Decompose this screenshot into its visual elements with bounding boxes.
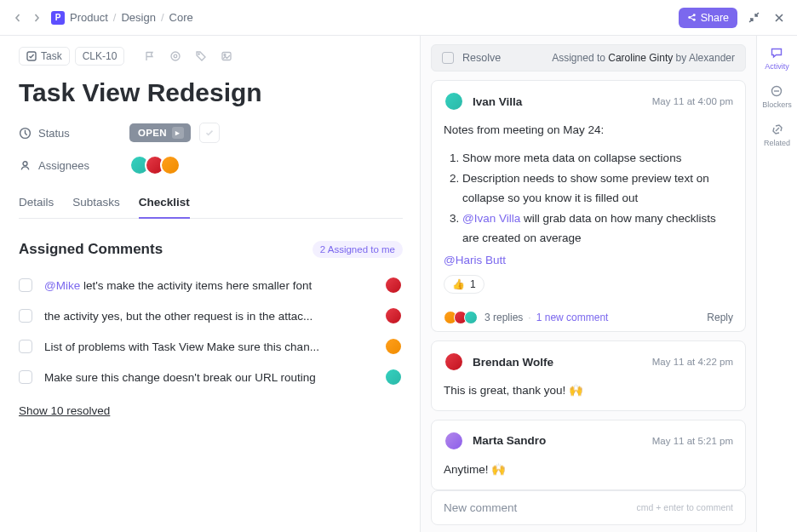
resolve-label: Resolve <box>462 52 501 64</box>
row-checkbox[interactable] <box>19 370 32 384</box>
assigned-to-me-badge[interactable]: 2 Assigned to me <box>312 241 403 258</box>
status-label: Status <box>19 127 129 140</box>
share-button[interactable]: Share <box>679 8 737 28</box>
assignees-avatars[interactable] <box>129 155 181 175</box>
row-text: Make sure this change doesn't break our … <box>44 371 384 384</box>
comment-author[interactable]: Brendan Wolfe <box>473 356 553 369</box>
comment-time: May 11 at 5:21 pm <box>652 436 733 446</box>
svg-point-4 <box>171 52 180 60</box>
comment-author[interactable]: Ivan Villa <box>473 95 522 108</box>
reply-link[interactable]: Reply <box>707 312 733 323</box>
comment-card: Brendan Wolfe May 11 at 4:22 pm This is … <box>431 340 746 411</box>
avatar[interactable] <box>444 91 464 112</box>
avatar[interactable] <box>160 155 181 175</box>
check-icon <box>26 51 37 61</box>
assigned-comments-title: Assigned Comments <box>19 241 163 258</box>
space-icon: P <box>51 11 65 25</box>
resolve-checkbox[interactable] <box>442 52 454 64</box>
mention[interactable]: @Ivan Villa <box>462 212 520 225</box>
chat-icon <box>770 46 783 60</box>
breadcrumb: P Product / Design / Core <box>51 11 193 25</box>
comment-card: Ivan Villa May 11 at 4:00 pm Notes from … <box>431 80 746 305</box>
comment-card: Marta Sandro May 11 at 5:21 pm Anytime! … <box>431 420 746 490</box>
tab-subtasks[interactable]: Subtasks <box>72 187 120 218</box>
comment-list: Show more meta data on collapse sections… <box>462 148 733 249</box>
flag-icon[interactable] <box>140 46 160 66</box>
nav-forward-button[interactable] <box>27 9 46 27</box>
breadcrumb-item[interactable]: Core <box>169 11 193 24</box>
task-id-chip[interactable]: CLK-10 <box>75 47 125 66</box>
comment-author[interactable]: Marta Sandro <box>473 434 546 447</box>
blocker-icon <box>770 84 783 98</box>
task-title[interactable]: Task View Redesign <box>19 78 403 107</box>
tab-checklist[interactable]: Checklist <box>139 187 190 219</box>
breadcrumb-item[interactable]: Design <box>121 11 155 24</box>
svg-point-6 <box>198 54 199 54</box>
svg-point-5 <box>175 54 178 58</box>
avatar[interactable] <box>444 352 464 372</box>
show-resolved-link[interactable]: Show 10 resolved <box>19 404 110 417</box>
avatar[interactable] <box>384 306 403 325</box>
tag-icon[interactable] <box>191 46 211 66</box>
row-text: @Mike let's make the activity items here… <box>44 279 384 292</box>
chevron-right-icon: ▸ <box>172 127 184 139</box>
image-icon[interactable] <box>216 46 237 66</box>
rail-tab-activity[interactable]: Activity <box>765 46 789 71</box>
replies-bar[interactable]: 3 replies · 1 new comment Reply <box>431 304 746 332</box>
breadcrumb-item[interactable]: Product <box>70 11 108 24</box>
minimize-icon[interactable] <box>744 9 763 27</box>
task-type-chip[interactable]: Task <box>19 47 70 66</box>
tabs: Details Subtasks Checklist <box>19 187 403 219</box>
svg-point-10 <box>23 161 27 165</box>
row-text: List of problems with Task View Make sur… <box>44 340 384 353</box>
assigned-comment-row[interactable]: @Mike let's make the activity items here… <box>19 270 403 300</box>
new-comment-link[interactable]: 1 new comment <box>536 312 609 323</box>
assigned-comment-row[interactable]: the activity yes, but the other request … <box>19 300 403 331</box>
row-text: the activity yes, but the other request … <box>44 310 384 323</box>
row-checkbox[interactable] <box>19 278 32 292</box>
row-checkbox[interactable] <box>19 309 32 323</box>
assigned-comment-row[interactable]: List of problems with Task View Make sur… <box>19 331 403 362</box>
resolve-bar: Resolve Assigned to Caroline Ginty by Al… <box>431 44 746 72</box>
person-icon <box>19 159 32 172</box>
share-icon <box>687 13 697 22</box>
rail-tab-related[interactable]: Related <box>764 123 790 147</box>
assignees-label: Assignees <box>19 159 129 172</box>
avatar <box>464 311 478 324</box>
avatar[interactable] <box>444 431 464 451</box>
nav-back-button[interactable] <box>9 9 27 27</box>
comment-time: May 11 at 4:00 pm <box>652 96 733 106</box>
new-comment-input[interactable]: New comment cmd + enter to comment <box>431 490 746 525</box>
tab-details[interactable]: Details <box>19 187 54 218</box>
status-pill[interactable]: OPEN ▸ <box>129 123 191 142</box>
avatar[interactable] <box>384 337 403 356</box>
status-icon <box>19 127 32 140</box>
row-checkbox[interactable] <box>19 340 32 353</box>
avatar[interactable] <box>384 276 403 295</box>
comment-time: May 11 at 4:22 pm <box>652 357 733 367</box>
assigned-comment-row[interactable]: Make sure this change doesn't break our … <box>19 362 403 392</box>
sprint-icon[interactable] <box>165 46 186 66</box>
comment-body: Anytime! 🙌 <box>444 461 733 479</box>
mention[interactable]: @Haris Butt <box>444 254 733 266</box>
comment-body: Notes from meeting on May 24: <box>444 122 733 140</box>
rail-tab-blockers[interactable]: Blockers <box>762 84 792 109</box>
complete-checkbox[interactable] <box>199 123 220 143</box>
reaction-button[interactable]: 👍 1 <box>444 275 485 294</box>
close-icon[interactable] <box>770 9 788 27</box>
svg-point-8 <box>224 54 226 56</box>
avatar[interactable] <box>384 368 403 386</box>
mention[interactable]: @Mike <box>44 279 80 292</box>
comment-body: This is great, thank you! 🙌 <box>444 382 733 400</box>
link-icon <box>771 123 784 136</box>
